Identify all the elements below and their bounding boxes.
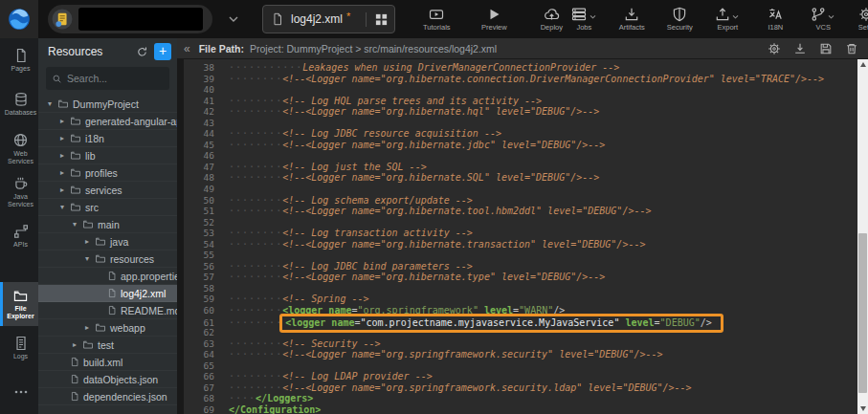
sidebar-item-web-services[interactable]: Web Services — [0, 126, 38, 170]
tree-item-README.md[interactable]: README.md — [38, 302, 177, 319]
tutorials-button[interactable]: Tutorials — [420, 7, 453, 32]
code-line[interactable]: 67········<!--<Logger name="org.springfr… — [184, 382, 868, 394]
tree-item-DummyProject[interactable]: ▾DummyProject — [38, 96, 177, 113]
chevron-down-icon[interactable] — [226, 11, 241, 27]
settings-button[interactable]: Settings — [855, 7, 868, 32]
code-line[interactable]: 38···········Leakages when using DriverM… — [184, 62, 868, 74]
scroll-down-arrow[interactable] — [857, 403, 868, 414]
tree-item-services[interactable]: ▸services — [38, 182, 177, 199]
code-line[interactable]: 65 — [184, 360, 868, 372]
expand-arrow-icon[interactable]: ▾ — [46, 99, 54, 108]
code-line[interactable]: 52 — [184, 217, 868, 229]
jobs-button[interactable]: Jobs — [568, 7, 600, 32]
code-line[interactable]: 53········<!-- Log transaction activity … — [184, 228, 868, 239]
code-editor[interactable]: 38···········Leakages when using DriverM… — [177, 59, 868, 414]
sidebar-item-logs[interactable]: Logs — [0, 326, 38, 370]
tree-item-resources[interactable]: ▾resources — [38, 251, 177, 268]
tree-item-main[interactable]: ▾main — [38, 216, 177, 233]
preview-button[interactable]: Preview — [478, 7, 510, 32]
sidebar-item-apis[interactable]: APIs — [0, 214, 38, 258]
code-line[interactable]: 69</Configuration> — [184, 404, 868, 414]
tree-item-dependencies.json[interactable]: dependencies.json — [38, 388, 177, 405]
tree-item-lib[interactable]: ▸lib — [38, 147, 177, 164]
code-line[interactable]: 41········<!-- Log HQL parse trees and i… — [184, 96, 868, 107]
code-line[interactable]: 48········<!--<Logger name="org.hibernat… — [184, 172, 868, 184]
code-line[interactable]: 54········<!--<Logger name="org.hibernat… — [184, 239, 868, 251]
code-line[interactable]: 44········<!-- Log JDBC resource acquisi… — [184, 128, 868, 140]
refresh-icon[interactable] — [136, 46, 148, 58]
editor-scrollbar[interactable] — [857, 59, 868, 414]
artifacts-button[interactable]: Artifacts — [615, 7, 648, 32]
tree-item-java[interactable]: ▸java — [38, 233, 177, 251]
scroll-up-arrow[interactable] — [857, 59, 868, 70]
tree-item-label: app.properties — [121, 271, 177, 282]
expand-arrow-icon[interactable]: ▸ — [58, 168, 66, 177]
expand-arrow-icon[interactable]: ▸ — [58, 134, 66, 142]
gear-icon[interactable] — [768, 42, 781, 55]
code-line[interactable]: 63········<!-- Security --> — [184, 338, 868, 350]
tree-item-dataObjects.json[interactable]: dataObjects.json — [38, 371, 177, 388]
sidebar-item-file-explorer[interactable]: File Explorer — [0, 282, 38, 326]
expand-arrow-icon[interactable]: ▸ — [83, 237, 91, 246]
tree-item-src[interactable]: ▾src — [38, 199, 177, 216]
code-line[interactable]: 49 — [184, 184, 868, 195]
tree-item-i18n[interactable]: ▸i18n — [38, 130, 177, 147]
code-line[interactable]: 42········<!--<Logger name="org.hibernat… — [184, 106, 868, 118]
code-line[interactable]: 45········<!--<Logger name="org.hibernat… — [184, 140, 868, 151]
code-line[interactable]: 40 — [184, 84, 868, 96]
security-button[interactable]: Security — [663, 7, 696, 32]
trash-icon[interactable] — [845, 42, 858, 55]
tree-item-generated-angular-app[interactable]: ▸generated-angular-app — [38, 113, 177, 130]
scrollbar-thumb[interactable] — [858, 233, 867, 393]
expand-arrow-icon[interactable]: ▾ — [58, 203, 66, 211]
sidebar-item-more[interactable] — [0, 370, 38, 414]
tab-log4j2[interactable]: log4j2.xml * — [262, 5, 395, 33]
code-line[interactable]: 59········<!-- Spring --> — [184, 294, 868, 305]
sidebar-item-java-services[interactable]: Java Services — [0, 170, 38, 214]
code-line[interactable]: 57········<!--<Logger name="org.hibernat… — [184, 272, 868, 283]
expand-arrow-icon[interactable]: ▾ — [83, 254, 91, 263]
line-number: 46 — [184, 150, 214, 162]
code-line[interactable]: 39········<!--<Logger name="org.hibernat… — [184, 74, 868, 85]
expand-arrow-icon[interactable]: ▸ — [71, 340, 78, 349]
code-line[interactable]: 66········<!-- Log LDAP provider --> — [184, 371, 868, 382]
expand-arrow-icon[interactable]: ▾ — [71, 220, 78, 229]
app-logo[interactable] — [0, 0, 38, 38]
project-selector[interactable] — [48, 5, 212, 33]
tree-item-test[interactable]: ▸test — [38, 337, 177, 354]
grid-icon[interactable] — [366, 12, 389, 27]
add-resource-button[interactable]: + — [154, 43, 171, 60]
tree-item-webapp[interactable]: ▸webapp — [38, 319, 177, 337]
search-input[interactable] — [67, 73, 164, 84]
sidebar-item-databases[interactable]: Databases — [0, 82, 38, 126]
code-line[interactable]: 51········<!--<Logger name="org.hibernat… — [184, 206, 868, 217]
deploy-button[interactable]: Deploy — [535, 7, 568, 32]
code-line[interactable]: 68····</Loggers> — [184, 393, 868, 404]
code-line[interactable]: 61········<logger name="com.projectname.… — [184, 316, 868, 328]
tree-item-app.properties[interactable]: app.properties — [38, 268, 177, 285]
save-icon[interactable] — [819, 42, 833, 55]
i18n-button[interactable]: I18N — [759, 7, 791, 32]
collapse-panel-icon[interactable]: « — [181, 42, 193, 55]
code-line[interactable]: 64········<!--<Logger name="org.springfr… — [184, 349, 868, 360]
code-line[interactable]: 58 — [184, 283, 868, 294]
export-button[interactable]: Export — [711, 7, 744, 32]
expand-arrow-icon[interactable]: ▸ — [83, 323, 91, 332]
expand-arrow-icon[interactable]: ▸ — [58, 151, 66, 160]
code-line[interactable]: 56········<!-- Log JDBC bind parameters … — [184, 261, 868, 272]
code-line[interactable]: 50········<!-- Log schema export/update … — [184, 195, 868, 207]
code-line[interactable]: 43 — [184, 118, 868, 129]
code-line[interactable]: 55 — [184, 250, 868, 261]
line-number: 51 — [184, 206, 214, 217]
code-line[interactable]: 47········<!-- Log just the SQL --> — [184, 162, 868, 173]
code-line[interactable]: 46 — [184, 150, 868, 162]
expand-arrow-icon[interactable]: ▸ — [58, 117, 66, 125]
tree-item-build.xml[interactable]: build.xml — [38, 354, 177, 371]
sidebar-item-pages[interactable]: Pages — [0, 38, 38, 82]
tree-item-log4j2.xml[interactable]: log4j2.xml — [38, 285, 177, 302]
expand-arrow-icon[interactable]: ▸ — [58, 185, 66, 194]
vcs-button[interactable]: VCS — [807, 7, 839, 32]
app-window: log4j2.xml * TutorialsPreviewDeploy Jobs… — [0, 0, 868, 414]
download-icon[interactable] — [793, 42, 807, 55]
tree-item-profiles[interactable]: ▸profiles — [38, 164, 177, 182]
